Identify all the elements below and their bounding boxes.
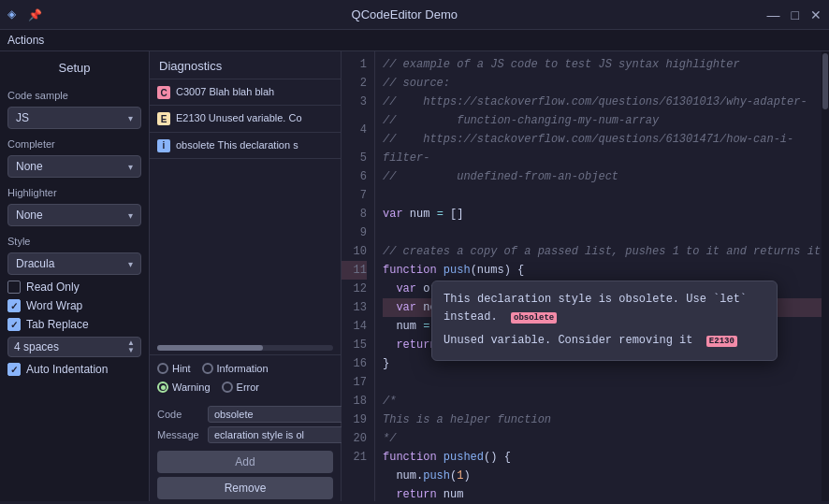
scrollbar-thumb[interactable] — [822, 53, 828, 109]
main-layout: Setup Code sample JS ▾ Completer None ▾ … — [0, 51, 829, 501]
warning-label: Warning — [172, 382, 211, 393]
read-only-checkbox[interactable] — [7, 281, 21, 294]
line-number: 1 — [342, 55, 367, 74]
highlighter-label: Highlighter — [7, 187, 141, 198]
tab-replace-row[interactable]: Tab Replace — [7, 318, 141, 331]
list-item[interactable]: C C3007 Blah blah blah — [150, 79, 341, 106]
error-label: Error — [237, 382, 259, 393]
error-radio[interactable]: Error — [222, 382, 259, 393]
maximize-button[interactable]: □ — [792, 8, 799, 22]
chevron-down-icon: ▾ — [128, 113, 133, 123]
highlighter-dropdown[interactable]: None ▾ — [7, 204, 141, 226]
code-line: // creates a copy of a passed list, push… — [383, 242, 822, 261]
code-row: Code — [157, 406, 333, 423]
auto-indent-row[interactable]: Auto Indentation — [7, 363, 141, 376]
information-radio-circle — [202, 363, 213, 374]
style-dropdown[interactable]: Dracula ▾ — [7, 252, 141, 275]
word-wrap-checkbox[interactable] — [7, 299, 21, 312]
diagnostics-list: C C3007 Blah blah blah E E2130 Unused va… — [150, 79, 341, 341]
highlighter-value: None — [16, 209, 43, 222]
chevron-down-icon: ▾ — [128, 259, 133, 269]
actions-menu[interactable]: Actions — [7, 34, 44, 47]
list-item[interactable]: E E2130 Unused variable. Co — [150, 106, 341, 132]
left-panel: Setup Code sample JS ▾ Completer None ▾ … — [0, 51, 150, 501]
editor-panel: 1 2 3 4 5 6 7 8 9 10 11 12 13 14 15 16 1… — [342, 51, 829, 501]
diagnostics-title: Diagnostics — [150, 51, 341, 79]
scrollbar-thumb[interactable] — [157, 345, 263, 351]
warning-radio-circle — [157, 382, 168, 393]
radio-row-1: Hint Information — [157, 363, 333, 374]
warning-radio[interactable]: Warning — [157, 382, 211, 393]
code-line: function push(nums) { — [383, 261, 822, 280]
line-number: 3 — [342, 93, 367, 111]
form-section: Code Message — [150, 400, 341, 449]
code-line: // https://stackoverflow.com/questions/6… — [383, 130, 822, 186]
code-line: // source: — [383, 74, 822, 93]
tooltip-text-1: This declaration style is obsolete. Use … — [444, 293, 747, 324]
line-number: 15 — [342, 336, 367, 354]
minimize-button[interactable]: — — [767, 8, 780, 22]
chevron-down-icon: ▾ — [128, 210, 133, 221]
line-numbers: 1 2 3 4 5 6 7 8 9 10 11 12 13 14 15 16 1… — [342, 51, 375, 501]
read-only-label: Read Only — [26, 281, 80, 294]
auto-indent-checkbox[interactable] — [7, 363, 21, 376]
line-number: 5 — [342, 149, 367, 167]
add-button[interactable]: Add — [157, 451, 333, 473]
editor-scrollbar[interactable] — [822, 51, 829, 501]
list-item[interactable]: i obsolete This declaration s — [150, 133, 341, 159]
information-label: Information — [217, 363, 269, 374]
line-number: 6 — [342, 167, 367, 186]
tooltip-line-2: Unused variable. Consider removing it E2… — [444, 332, 765, 350]
message-field-label: Message — [157, 429, 204, 440]
line-number: 14 — [342, 317, 367, 336]
hint-radio[interactable]: Hint — [157, 363, 191, 374]
code-sample-dropdown[interactable]: JS ▾ — [7, 107, 141, 129]
setup-title: Setup — [7, 59, 141, 80]
code-line: return num — [383, 485, 822, 501]
read-only-row[interactable]: Read Only — [7, 281, 141, 294]
indent-row[interactable]: 4 spaces ▲ ▼ — [7, 337, 141, 357]
indent-stepper[interactable]: ▲ ▼ — [127, 339, 135, 354]
window-title: QCodeEditor Demo — [352, 7, 458, 22]
completer-value: None — [16, 160, 43, 173]
diag-text: obsolete This declaration s — [176, 138, 298, 152]
error-radio-circle — [222, 382, 233, 393]
app-icon: ◈ — [7, 7, 22, 22]
diagnostics-panel: Diagnostics C C3007 Blah blah blah E E21… — [150, 51, 342, 501]
code-line: /* — [383, 392, 822, 410]
code-line: // example of a JS code to test JS synta… — [383, 55, 822, 74]
word-wrap-label: Word Wrap — [26, 299, 82, 312]
titlebar: ◈ 📌 QCodeEditor Demo — □ ✕ — [0, 0, 829, 30]
remove-button[interactable]: Remove — [157, 477, 333, 499]
close-button[interactable]: ✕ — [810, 8, 822, 22]
error-icon: C — [157, 86, 170, 99]
style-value: Dracula — [16, 257, 54, 270]
chevron-down-icon: ▾ — [128, 162, 133, 172]
message-row: Message — [157, 426, 333, 443]
diag-scrollbar — [157, 345, 333, 351]
hint-label: Hint — [172, 363, 191, 374]
line-number: 16 — [342, 354, 367, 373]
obsolete-badge: obsolete — [511, 312, 557, 324]
editor-content: 1 2 3 4 5 6 7 8 9 10 11 12 13 14 15 16 1… — [342, 51, 829, 501]
line-number: 8 — [342, 205, 367, 223]
info-icon: i — [157, 139, 170, 152]
auto-indent-label: Auto Indentation — [26, 363, 108, 376]
window-controls: — □ ✕ — [767, 8, 822, 22]
diag-text: C3007 Blah blah blah — [176, 85, 274, 99]
completer-dropdown[interactable]: None ▾ — [7, 155, 141, 178]
radio-row-2: Warning Error — [157, 382, 333, 393]
down-arrow-icon: ▼ — [127, 347, 135, 354]
line-number: 9 — [342, 223, 367, 242]
pin-icon[interactable]: 📌 — [28, 8, 42, 22]
tab-replace-label: Tab Replace — [26, 318, 89, 331]
code-sample-value: JS — [16, 111, 29, 124]
warning-icon: E — [157, 112, 170, 125]
word-wrap-row[interactable]: Word Wrap — [7, 299, 141, 312]
code-area[interactable]: // example of a JS code to test JS synta… — [375, 51, 822, 501]
tab-replace-checkbox[interactable] — [7, 318, 21, 331]
titlebar-left: ◈ 📌 — [7, 7, 42, 22]
code-input[interactable] — [208, 406, 350, 423]
information-radio[interactable]: Information — [202, 363, 269, 374]
message-input[interactable] — [208, 426, 350, 443]
